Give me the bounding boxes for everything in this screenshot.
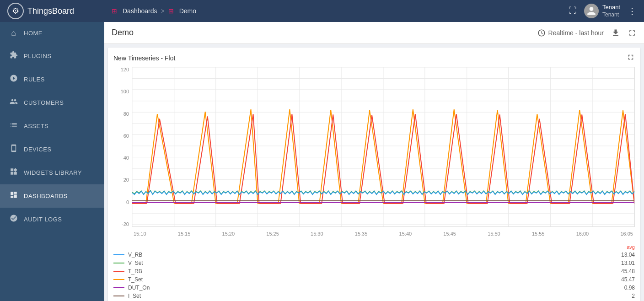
customers-icon <box>9 97 18 108</box>
sidebar-item-dashboards-label: DASHBOARDS <box>24 193 68 199</box>
plugins-icon <box>9 51 18 61</box>
sidebar-item-rules[interactable]: RULES <box>0 68 104 91</box>
dashboards-icon: ⊞ <box>112 7 117 15</box>
sidebar-item-dashboards[interactable]: DASHBOARDS <box>0 184 104 208</box>
logo-text: ThingsBoard <box>27 6 74 16</box>
sidebar-item-devices-label: DEVICES <box>24 146 52 153</box>
sidebar-item-widgets-library[interactable]: WIDGETS LIBRARY <box>0 161 104 184</box>
tset-avg: 45.47 <box>617 276 635 283</box>
sidebar-item-devices[interactable]: DEVICES <box>0 138 104 161</box>
timeseries-widget: New Timeseries - Flot 120 100 80 60 40 2… <box>108 48 640 301</box>
legend-header: avg <box>113 244 635 250</box>
legend-row-vrb: V_RB 13.04 <box>113 251 635 259</box>
legend-table: avg V_RB 13.04 V_Set 13.01 T_RB <box>113 244 635 300</box>
realtime-label[interactable]: Realtime - last hour <box>537 29 604 37</box>
sidebar-item-plugins-label: PLUGINS <box>24 53 52 59</box>
assets-icon <box>9 121 18 131</box>
header-actions: Realtime - last hour <box>537 28 637 38</box>
vrb-name: V_RB <box>128 252 613 258</box>
fullscreen-button[interactable]: ⛶ <box>569 6 577 16</box>
widget-header: New Timeseries - Flot <box>113 53 635 63</box>
iset-color <box>113 296 124 296</box>
logo: ⚙ ThingsBoard <box>7 3 112 19</box>
topbar: ⚙ ThingsBoard ⊞ Dashboards > ⊞ Demo ⛶ Te… <box>0 0 644 22</box>
home-icon: ⌂ <box>9 28 18 38</box>
legend-avg-header: avg <box>627 244 635 250</box>
rules-icon <box>9 74 18 85</box>
breadcrumb-dashboards[interactable]: Dashboards <box>123 7 157 15</box>
devices-icon <box>9 144 18 155</box>
widget-expand-button[interactable] <box>627 53 635 63</box>
download-button[interactable] <box>611 28 620 38</box>
sidebar-item-assets-label: ASSETS <box>24 123 48 129</box>
sidebar-item-home-label: HOME <box>24 30 43 37</box>
legend-row-iset: I_Set 2 <box>113 292 635 300</box>
audit-logs-icon <box>9 214 18 225</box>
breadcrumb: ⊞ Dashboards > ⊞ Demo <box>112 7 569 15</box>
vrb-avg: 13.04 <box>617 252 635 258</box>
dashboard-area: New Timeseries - Flot 120 100 80 60 40 2… <box>104 44 644 301</box>
demo-icon: ⊞ <box>168 7 174 15</box>
main-layout: ⌂ HOME PLUGINS RULES CUSTOMERS ASSETS <box>0 22 644 301</box>
sidebar-item-customers[interactable]: CUSTOMERS <box>0 91 104 114</box>
widgets-library-icon <box>9 167 18 178</box>
topbar-actions: ⛶ Tenant Tenant ⋮ <box>569 4 637 18</box>
tset-color <box>113 279 124 280</box>
expand-button[interactable] <box>628 28 637 38</box>
user-info: Tenant Tenant <box>602 4 620 18</box>
user-name: Tenant <box>602 4 620 11</box>
iset-name: I_Set <box>128 293 613 299</box>
logo-icon: ⚙ <box>7 3 24 19</box>
duton-color <box>113 287 124 288</box>
dashboards-nav-icon <box>9 191 18 201</box>
sidebar-item-audit-logs-label: AUDIT LOGS <box>24 216 62 223</box>
more-button[interactable]: ⋮ <box>628 5 637 16</box>
legend-row-tset: T_Set 45.47 <box>113 275 635 284</box>
chart-container: 120 100 80 60 40 20 0 -20 <box>113 67 635 241</box>
realtime-text: Realtime - last hour <box>548 29 604 37</box>
sidebar-item-assets[interactable]: ASSETS <box>0 114 104 138</box>
x-axis: 15:10 15:15 15:20 15:25 15:30 15:35 15:4… <box>132 227 635 241</box>
vset-name: V_Set <box>128 260 613 266</box>
duton-avg: 0.98 <box>617 285 635 291</box>
legend-row-vset: V_Set 13.01 <box>113 259 635 267</box>
vset-color <box>113 263 124 263</box>
content-header: Demo Realtime - last hour <box>104 22 644 44</box>
trb-name: T_RB <box>128 268 613 274</box>
widget-title: New Timeseries - Flot <box>113 54 175 62</box>
vset-avg: 13.01 <box>617 260 635 266</box>
trb-avg: 45.48 <box>617 268 635 274</box>
trb-color <box>113 271 124 272</box>
tset-name: T_Set <box>128 276 613 283</box>
legend-row-trb: T_RB 45.48 <box>113 267 635 275</box>
chart-svg <box>132 67 634 226</box>
sidebar-item-home[interactable]: ⌂ HOME <box>0 22 104 44</box>
duton-name: DUT_On <box>128 285 613 291</box>
sidebar-item-plugins[interactable]: PLUGINS <box>0 44 104 68</box>
iset-avg: 2 <box>617 293 635 299</box>
sidebar-item-widgets-library-label: WIDGETS LIBRARY <box>24 169 82 176</box>
user-menu: Tenant Tenant <box>584 4 620 18</box>
user-role: Tenant <box>602 11 620 19</box>
page-title: Demo <box>112 28 134 38</box>
avatar <box>584 4 599 18</box>
sidebar-item-rules-label: RULES <box>24 76 45 83</box>
sidebar-item-customers-label: CUSTOMERS <box>24 99 64 106</box>
breadcrumb-current: Demo <box>179 7 196 15</box>
sidebar-item-audit-logs[interactable]: AUDIT LOGS <box>0 208 104 231</box>
vrb-color <box>113 254 124 255</box>
y-axis: 120 100 80 60 40 20 0 -20 <box>113 67 132 227</box>
legend-row-duton: DUT_On 0.98 <box>113 284 635 292</box>
breadcrumb-separator: > <box>161 7 165 15</box>
sidebar: ⌂ HOME PLUGINS RULES CUSTOMERS ASSETS <box>0 22 104 301</box>
content-area: Demo Realtime - last hour New Timeseries… <box>104 22 644 301</box>
chart-plot <box>132 67 635 227</box>
